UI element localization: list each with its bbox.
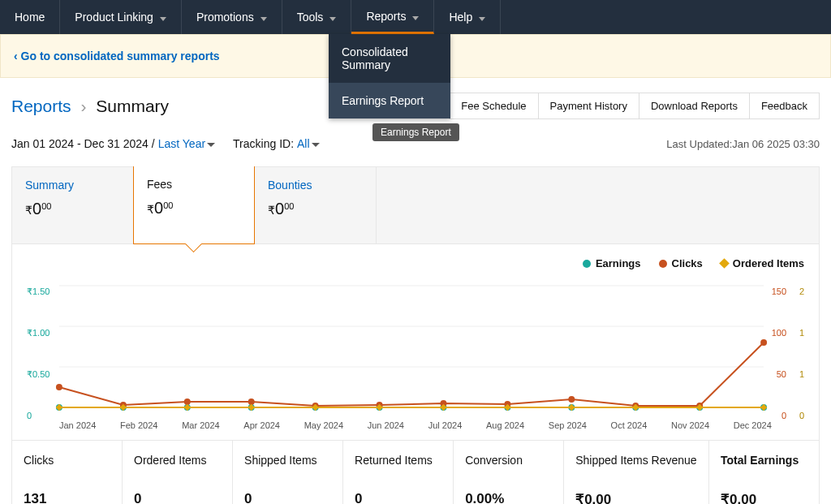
nav-reports-label: Reports [366,10,406,23]
link-feedback[interactable]: Feedback [750,93,819,118]
x-tick: Jan 2024 [59,420,96,430]
nav-product-linking-label: Product Linking [75,11,153,24]
breadcrumb: Reports › Summary [11,97,169,116]
stat-returned-items-label: Returned Items [355,454,441,467]
dropdown-earnings-label: Earnings Report [342,94,424,107]
x-tick: May 2024 [304,420,343,430]
tab-summary-label: Summary [25,179,120,192]
tab-summary-value: ₹000 [25,200,120,218]
stat-shipped-items-value: 0 [244,491,331,504]
legend-ordered-items[interactable]: Ordered Items [721,257,804,269]
nav-help-label: Help [449,11,472,24]
tab-bounties-label: Bounties [268,179,363,192]
nav-tools[interactable]: Tools [282,0,352,34]
stat-shipped-items-label: Shipped Items [244,454,331,467]
stat-shipped-revenue-value: ₹0.00 [575,491,697,504]
nav-product-linking[interactable]: Product Linking [60,0,182,34]
x-tick: Dec 2024 [734,420,772,430]
x-tick: Feb 2024 [120,420,157,430]
y-right1-tick: 50 [777,369,786,379]
top-nav: Home Product Linking Promotions Tools Re… [0,0,831,34]
tab-summary[interactable]: Summary ₹000 [12,167,134,243]
dropdown-earnings-report[interactable]: Earnings Report [329,83,450,118]
stat-total-earnings-label: Total Earnings [721,454,807,467]
svg-rect-36 [568,404,575,411]
x-tick: Nov 2024 [671,420,709,430]
legend-clicks-label: Clicks [672,257,703,269]
y-right2-tick: 0 [799,411,804,420]
stat-conversion-value: 0.00% [465,491,552,504]
chart: ₹1.50 ₹1.00 ₹0.50 0 150 100 50 0 2 1 1 0 [27,278,804,416]
tracking-id-label: Tracking ID: [233,137,294,150]
stat-total-earnings: Total Earnings ₹0.00 [709,441,819,504]
stat-ordered-items-label: Ordered Items [134,454,221,467]
link-download-reports[interactable]: Download Reports [639,93,750,118]
x-tick: Mar 2024 [182,420,219,430]
stat-clicks-value: 131 [24,491,110,504]
legend-earnings-label: Earnings [596,257,641,269]
svg-rect-30 [184,404,191,411]
y-left-tick: ₹1.00 [27,328,50,338]
svg-point-27 [760,339,767,346]
date-range: Jan 01 2024 - Dec 31 2024 / [11,137,155,150]
nav-promotions-label: Promotions [196,11,254,24]
legend-diamond-icon [719,258,730,269]
y-left-tick: ₹1.50 [27,286,50,297]
svg-rect-31 [248,404,254,411]
dropdown-consolidated-summary[interactable]: Consolidated Summary [329,34,450,83]
stat-conversion: Conversion 0.00% [454,441,564,504]
last-updated-value: Jan 06 2025 03:30 [732,138,820,150]
summary-tabs: Summary ₹000 Fees ₹000 Bounties ₹000 [11,166,820,244]
x-tick: Aug 2024 [486,420,524,430]
legend-dot-icon [659,260,667,268]
tracking-id-value: All [297,137,310,150]
tooltip: Earnings Report [372,123,459,141]
nav-home[interactable]: Home [0,0,60,34]
tab-bounties[interactable]: Bounties ₹000 [255,167,377,243]
stat-conversion-label: Conversion [465,454,552,467]
tracking-id-selector[interactable]: All [297,137,320,150]
stat-total-earnings-value: ₹0.00 [721,491,807,504]
banner-link[interactable]: ‹ Go to consolidated summary reports [14,50,220,62]
legend-ordered-items-label: Ordered Items [733,257,804,269]
y-left-tick: ₹0.50 [27,369,50,380]
y-right2-tick: 2 [799,286,804,296]
dropdown-consolidated-line2: Summary [342,58,437,71]
chevron-down-icon [312,143,320,147]
date-preset-selector[interactable]: Last Year [158,137,215,150]
link-payment-history[interactable]: Payment History [539,93,639,118]
svg-rect-28 [56,404,62,411]
breadcrumb-sep: › [80,97,86,115]
nav-reports[interactable]: Reports [351,0,434,34]
x-tick: Jun 2024 [368,420,404,430]
legend-clicks[interactable]: Clicks [659,257,703,269]
tab-fees[interactable]: Fees ₹000 [133,166,255,244]
breadcrumb-parent[interactable]: Reports [11,97,71,115]
svg-point-24 [568,396,575,403]
stat-returned-items-value: 0 [355,491,441,504]
last-updated: Last Updated:Jan 06 2025 03:30 [666,138,820,150]
legend-earnings[interactable]: Earnings [583,257,641,269]
link-fee-schedule[interactable]: Fee Schedule [450,93,538,118]
chevron-down-icon [160,11,166,24]
dropdown-consolidated-line1: Consolidated [342,45,437,58]
chevron-down-icon [329,11,336,24]
y-right1-tick: 150 [772,286,786,296]
svg-rect-39 [760,404,767,411]
y-left-tick: 0 [27,411,32,420]
stat-shipped-revenue: Shipped Items Revenue ₹0.00 [564,441,709,504]
stat-clicks-label: Clicks [24,454,110,467]
stat-clicks: Clicks 131 [12,441,123,504]
x-tick: Sep 2024 [549,420,587,430]
y-right2-tick: 1 [799,328,804,338]
stat-ordered-items-value: 0 [134,491,221,504]
tab-fees-label: Fees [147,178,241,191]
x-axis-labels: Jan 2024Feb 2024Mar 2024Apr 2024May 2024… [27,416,804,430]
nav-help[interactable]: Help [434,0,501,34]
y-right1-tick: 0 [781,411,786,420]
reports-dropdown: Consolidated Summary Earnings Report [329,34,450,118]
chevron-down-icon [412,10,419,23]
nav-promotions[interactable]: Promotions [182,0,282,34]
svg-point-16 [56,384,62,390]
last-updated-label: Last Updated: [666,138,732,150]
